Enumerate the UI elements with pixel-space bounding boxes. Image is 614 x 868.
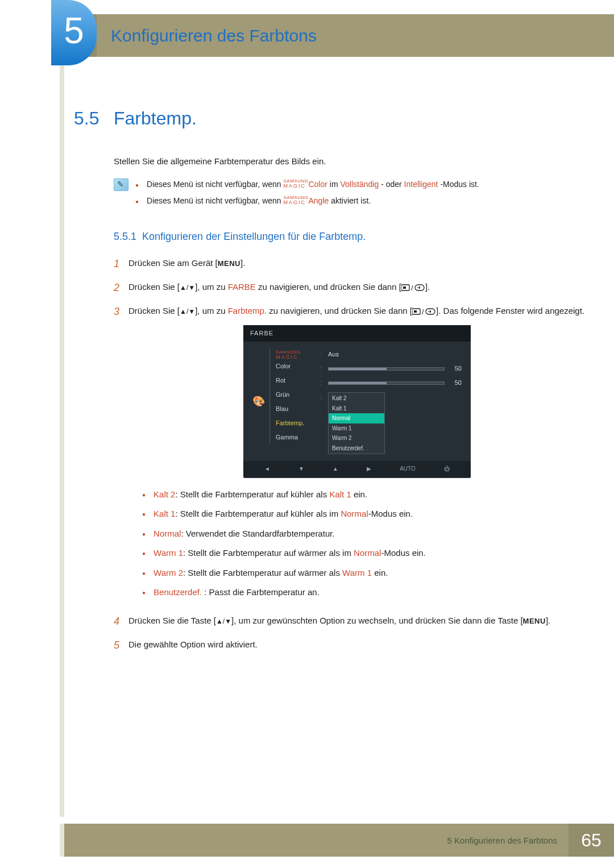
bullet-icon: ●: [142, 491, 146, 501]
section-heading: 5.5Farbtemp.: [74, 108, 586, 129]
subsection-title: Konfigurieren der Einstellungen für die …: [142, 231, 366, 242]
osd-dropdown: Kalt 2 Kalt 1 Normal Warm 1 Warm 2 Benut…: [328, 392, 385, 454]
osd-values: :Aus :50 :50 : Kalt 2 Kalt 1 Normal Warm…: [320, 347, 462, 456]
subsection-number: 5.5.1: [114, 231, 136, 242]
bullet-icon: ●: [142, 588, 146, 599]
osd-nav-down-icon: ▼: [298, 464, 304, 474]
updown-icon: ▲/▼: [180, 308, 195, 315]
note-block: ● Dieses Menü ist nicht verfügbar, wenn …: [114, 178, 586, 211]
bullet-icon: ●: [142, 569, 146, 580]
bullet-icon: ●: [135, 181, 139, 190]
samsung-magic-logo: SAMSUNGMAGIC: [284, 195, 309, 205]
step-text: Drücken Sie [▲/▼], um zu Farbtemp. zu na…: [128, 304, 586, 606]
note-icon: [114, 178, 128, 191]
osd-label: Rot: [269, 373, 316, 388]
step-item: 1 Drücken Sie am Gerät [MENU].: [114, 256, 586, 272]
osd-label: Blau: [269, 402, 316, 416]
section-number: 5.5: [74, 108, 114, 129]
option-list: ●Kalt 2: Stellt die Farbtemperatur auf k…: [128, 488, 586, 599]
page-footer: 5 Konfigurieren des Farbtons 65: [60, 824, 614, 857]
footer-stripe: [60, 824, 64, 857]
subsection-heading: 5.5.1 Konfigurieren der Einstellungen fü…: [114, 231, 586, 243]
osd-nav-enter-icon: ▶: [367, 464, 371, 474]
updown-icon: ▲/▼: [180, 284, 195, 292]
step-number: 3: [114, 304, 128, 606]
svg-rect-5: [414, 310, 417, 313]
step-text: Drücken Sie am Gerät [MENU].: [128, 256, 586, 272]
note-text: Dieses Menü ist nicht verfügbar, wenn SA…: [147, 195, 371, 207]
osd-value-row: :50: [320, 362, 462, 376]
steps-list: 1 Drücken Sie am Gerät [MENU]. 2 Drücken…: [114, 256, 586, 654]
page-number: 65: [581, 830, 601, 851]
svg-text:/: /: [422, 308, 424, 315]
svg-rect-1: [403, 286, 406, 289]
osd-auto-label: AUTO: [400, 464, 416, 474]
step-number: 1: [114, 256, 128, 272]
slider: [328, 381, 445, 385]
page-number-box: 65: [569, 824, 614, 857]
osd-value-row: :50: [320, 376, 462, 390]
dropdown-option: Warm 1: [329, 423, 384, 434]
osd-power-icon: ⏻: [444, 464, 450, 474]
note-item: ● Dieses Menü ist nicht verfügbar, wenn …: [135, 195, 586, 207]
osd-label-selected: Farbtemp.: [269, 416, 316, 430]
bullet-icon: ●: [142, 549, 146, 560]
dropdown-option: Kalt 2: [329, 393, 384, 404]
bullet-icon: ●: [142, 510, 146, 521]
step-number: 4: [114, 614, 128, 630]
option-item: ●Kalt 1: Stellt die Farbtemperatur auf k…: [128, 508, 586, 521]
svg-text:/: /: [411, 284, 413, 292]
section-title: Farbtemp.: [114, 108, 197, 128]
slider: [328, 367, 445, 371]
footer-bar: 5 Konfigurieren des Farbtons: [64, 824, 569, 857]
chapter-number: 5: [64, 10, 84, 52]
palette-icon: 🎨: [251, 347, 266, 456]
option-item: ●Warm 1: Stellt die Farbtemperatur auf w…: [128, 547, 586, 560]
dropdown-option: Warm 2: [329, 433, 384, 443]
step-item: 2 Drücken Sie [▲/▼], um zu FARBE zu navi…: [114, 280, 586, 296]
step-text: Drücken Sie die Taste [▲/▼], um zur gewü…: [128, 614, 586, 630]
step-item: 3 Drücken Sie [▲/▼], um zu Farbtemp. zu …: [114, 304, 586, 606]
osd-nav-left-icon: ◄: [264, 464, 270, 474]
note-list: ● Dieses Menü ist nicht verfügbar, wenn …: [135, 178, 586, 211]
section-intro: Stellen Sie die allgemeine Farbtemperatu…: [114, 156, 586, 166]
osd-window: FARBE 🎨 SAMSUNGMAGIC Color Rot Grün Blau…: [243, 325, 471, 478]
dropdown-option-selected: Normal: [329, 413, 384, 423]
osd-label: Grün: [269, 388, 316, 402]
osd-body: 🎨 SAMSUNGMAGIC Color Rot Grün Blau Farbt…: [243, 342, 471, 461]
osd-value-row: : Kalt 2 Kalt 1 Normal Warm 1 Warm 2 Ben…: [320, 390, 462, 456]
source-enter-icon: /: [412, 308, 436, 315]
step-number: 2: [114, 280, 128, 296]
step-text: Die gewählte Option wird aktiviert.: [128, 638, 586, 654]
osd-label: Gamma: [269, 430, 316, 445]
step-item: 4 Drücken Sie die Taste [▲/▼], um zur ge…: [114, 614, 586, 630]
option-item: ●Warm 2: Stellt die Farbtemperatur auf w…: [128, 567, 586, 580]
bullet-icon: ●: [135, 197, 139, 207]
menu-button-label: MENU: [218, 259, 240, 268]
osd-title: FARBE: [243, 325, 471, 342]
option-item: ●Benutzerdef. : Passt die Farbtemperatur…: [128, 586, 586, 599]
osd-nav-up-icon: ▲: [333, 464, 338, 474]
side-strip: [60, 65, 64, 817]
osd-labels: SAMSUNGMAGIC Color Rot Grün Blau Farbtem…: [266, 347, 320, 456]
step-item: 5 Die gewählte Option wird aktiviert.: [114, 638, 586, 654]
page-content: 5.5Farbtemp. Stellen Sie die allgemeine …: [74, 0, 586, 662]
dropdown-option: Benutzerdef.: [329, 443, 384, 454]
option-item: ●Kalt 2: Stellt die Farbtemperatur auf k…: [128, 488, 586, 501]
samsung-magic-logo: SAMSUNGMAGIC: [276, 350, 301, 360]
step-number: 5: [114, 638, 128, 654]
menu-button-label: MENU: [523, 617, 546, 625]
osd-footer: ◄ ▼ ▲ ▶ AUTO ⏻: [243, 461, 471, 477]
osd-value-row: :Aus: [320, 347, 462, 362]
osd-label: SAMSUNGMAGIC Color: [269, 347, 316, 373]
step-text: Drücken Sie [▲/▼], um zu FARBE zu navigi…: [128, 280, 586, 296]
note-item: ● Dieses Menü ist nicht verfügbar, wenn …: [135, 178, 586, 190]
samsung-magic-logo: SAMSUNGMAGIC: [284, 178, 309, 189]
dropdown-option: Kalt 1: [329, 404, 384, 414]
updown-icon: ▲/▼: [216, 617, 231, 625]
bullet-icon: ●: [142, 530, 146, 541]
option-item: ●Normal: Verwendet die Standardfarbtempe…: [128, 528, 586, 541]
footer-text: 5 Konfigurieren des Farbtons: [447, 836, 557, 845]
note-text: Dieses Menü ist nicht verfügbar, wenn SA…: [147, 178, 479, 190]
source-enter-icon: /: [401, 284, 425, 292]
